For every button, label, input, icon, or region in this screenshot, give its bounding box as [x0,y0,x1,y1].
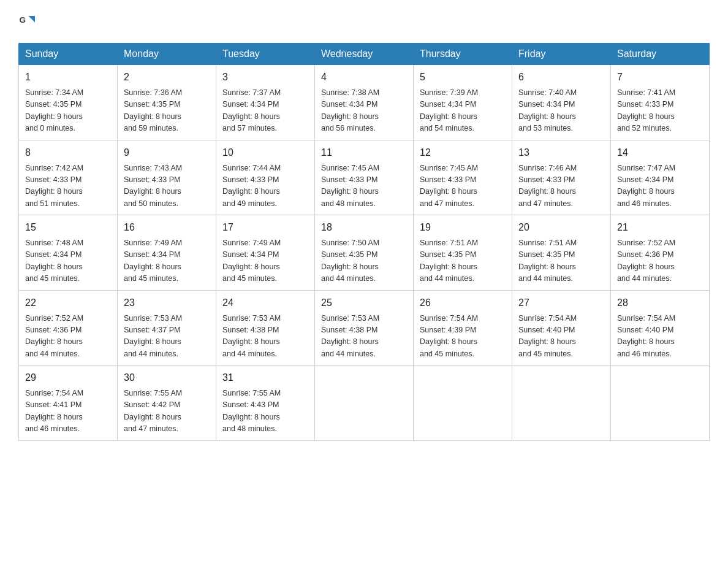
day-cell: 30 Sunrise: 7:55 AMSunset: 4:42 PMDaylig… [118,366,216,441]
day-number: 3 [222,70,308,85]
day-info: Sunrise: 7:54 AMSunset: 4:39 PMDaylight:… [420,313,506,361]
day-info: Sunrise: 7:53 AMSunset: 4:37 PMDaylight:… [124,313,210,361]
day-number: 2 [124,70,210,85]
header-row: SundayMondayTuesdayWednesdayThursdayFrid… [19,44,710,65]
calendar-header: SundayMondayTuesdayWednesdayThursdayFrid… [19,44,710,65]
day-cell: 19 Sunrise: 7:51 AMSunset: 4:35 PMDaylig… [414,215,512,291]
day-cell: 10 Sunrise: 7:44 AMSunset: 4:33 PMDaylig… [216,140,315,215]
header-sunday: Sunday [19,44,118,65]
day-cell [611,366,710,441]
day-cell: 16 Sunrise: 7:49 AMSunset: 4:34 PMDaylig… [118,215,216,291]
week-row-1: 1 Sunrise: 7:34 AMSunset: 4:35 PMDayligh… [19,65,710,140]
day-info: Sunrise: 7:52 AMSunset: 4:36 PMDaylight:… [25,313,111,361]
day-number: 23 [124,296,210,310]
day-info: Sunrise: 7:38 AMSunset: 4:34 PMDaylight:… [321,87,407,135]
day-cell: 23 Sunrise: 7:53 AMSunset: 4:37 PMDaylig… [118,290,216,366]
header-monday: Monday [118,44,216,65]
day-info: Sunrise: 7:54 AMSunset: 4:41 PMDaylight:… [25,388,111,435]
day-info: Sunrise: 7:54 AMSunset: 4:40 PMDaylight:… [518,313,604,361]
day-info: Sunrise: 7:49 AMSunset: 4:34 PMDaylight:… [124,237,210,285]
day-number: 12 [420,145,506,160]
day-cell: 5 Sunrise: 7:39 AMSunset: 4:34 PMDayligh… [414,65,512,140]
header-saturday: Saturday [611,44,710,65]
day-info: Sunrise: 7:53 AMSunset: 4:38 PMDaylight:… [222,313,308,361]
day-cell: 6 Sunrise: 7:40 AMSunset: 4:34 PMDayligh… [512,65,611,140]
calendar-table: SundayMondayTuesdayWednesdayThursdayFrid… [18,43,710,441]
header-thursday: Thursday [414,44,512,65]
day-cell: 31 Sunrise: 7:55 AMSunset: 4:43 PMDaylig… [216,366,315,441]
day-cell: 26 Sunrise: 7:54 AMSunset: 4:39 PMDaylig… [414,290,512,366]
day-number: 19 [420,220,506,235]
week-row-3: 15 Sunrise: 7:48 AMSunset: 4:34 PMDaylig… [19,215,710,291]
week-row-4: 22 Sunrise: 7:52 AMSunset: 4:36 PMDaylig… [19,290,710,366]
day-number: 7 [617,70,703,85]
day-cell: 29 Sunrise: 7:54 AMSunset: 4:41 PMDaylig… [19,366,118,441]
day-info: Sunrise: 7:50 AMSunset: 4:35 PMDaylight:… [321,237,407,285]
day-number: 30 [124,370,210,385]
day-info: Sunrise: 7:47 AMSunset: 4:34 PMDaylight:… [617,163,703,210]
day-info: Sunrise: 7:44 AMSunset: 4:33 PMDaylight:… [222,163,308,210]
day-info: Sunrise: 7:48 AMSunset: 4:34 PMDaylight:… [25,237,111,285]
day-number: 28 [617,296,703,310]
day-info: Sunrise: 7:53 AMSunset: 4:38 PMDaylight:… [321,313,407,361]
day-info: Sunrise: 7:39 AMSunset: 4:34 PMDaylight:… [420,87,506,135]
day-number: 26 [420,296,506,310]
day-cell: 7 Sunrise: 7:41 AMSunset: 4:33 PMDayligh… [611,65,710,140]
day-cell: 18 Sunrise: 7:50 AMSunset: 4:35 PMDaylig… [315,215,414,291]
day-cell: 15 Sunrise: 7:48 AMSunset: 4:34 PMDaylig… [19,215,118,291]
day-info: Sunrise: 7:42 AMSunset: 4:33 PMDaylight:… [25,163,111,210]
day-number: 4 [321,70,407,85]
day-cell: 11 Sunrise: 7:45 AMSunset: 4:33 PMDaylig… [315,140,414,215]
day-number: 11 [321,145,407,160]
day-cell: 20 Sunrise: 7:51 AMSunset: 4:35 PMDaylig… [512,215,611,291]
calendar-body: 1 Sunrise: 7:34 AMSunset: 4:35 PMDayligh… [19,65,710,441]
day-info: Sunrise: 7:37 AMSunset: 4:34 PMDaylight:… [222,87,308,135]
day-number: 29 [25,370,111,385]
day-number: 22 [25,296,111,310]
day-number: 20 [518,220,604,235]
day-cell: 24 Sunrise: 7:53 AMSunset: 4:38 PMDaylig… [216,290,315,366]
day-info: Sunrise: 7:41 AMSunset: 4:33 PMDaylight:… [617,87,703,135]
day-cell [315,366,414,441]
day-info: Sunrise: 7:43 AMSunset: 4:33 PMDaylight:… [124,163,210,210]
day-cell: 21 Sunrise: 7:52 AMSunset: 4:36 PMDaylig… [611,215,710,291]
day-cell: 13 Sunrise: 7:46 AMSunset: 4:33 PMDaylig… [512,140,611,215]
day-number: 5 [420,70,506,85]
day-number: 15 [25,220,111,235]
day-number: 1 [25,70,111,85]
day-cell: 3 Sunrise: 7:37 AMSunset: 4:34 PMDayligh… [216,65,315,140]
day-info: Sunrise: 7:45 AMSunset: 4:33 PMDaylight:… [321,163,407,210]
day-cell: 8 Sunrise: 7:42 AMSunset: 4:33 PMDayligh… [19,140,118,215]
svg-marker-1 [29,16,36,23]
day-cell: 28 Sunrise: 7:54 AMSunset: 4:40 PMDaylig… [611,290,710,366]
day-cell: 14 Sunrise: 7:47 AMSunset: 4:34 PMDaylig… [611,140,710,215]
day-number: 16 [124,220,210,235]
day-cell: 2 Sunrise: 7:36 AMSunset: 4:35 PMDayligh… [118,65,216,140]
day-info: Sunrise: 7:45 AMSunset: 4:33 PMDaylight:… [420,163,506,210]
day-number: 10 [222,145,308,160]
day-number: 17 [222,220,308,235]
day-info: Sunrise: 7:52 AMSunset: 4:36 PMDaylight:… [617,237,703,285]
week-row-2: 8 Sunrise: 7:42 AMSunset: 4:33 PMDayligh… [19,140,710,215]
header-tuesday: Tuesday [216,44,315,65]
day-cell [512,366,611,441]
page-header: G [18,12,710,31]
day-cell: 9 Sunrise: 7:43 AMSunset: 4:33 PMDayligh… [118,140,216,215]
day-number: 18 [321,220,407,235]
day-number: 13 [518,145,604,160]
day-cell: 1 Sunrise: 7:34 AMSunset: 4:35 PMDayligh… [19,65,118,140]
logo: G [18,12,39,31]
svg-text:G: G [20,15,26,25]
header-friday: Friday [512,44,611,65]
week-row-5: 29 Sunrise: 7:54 AMSunset: 4:41 PMDaylig… [19,366,710,441]
day-info: Sunrise: 7:54 AMSunset: 4:40 PMDaylight:… [617,313,703,361]
day-info: Sunrise: 7:46 AMSunset: 4:33 PMDaylight:… [518,163,604,210]
header-wednesday: Wednesday [315,44,414,65]
day-number: 24 [222,296,308,310]
day-cell: 27 Sunrise: 7:54 AMSunset: 4:40 PMDaylig… [512,290,611,366]
day-number: 31 [222,370,308,385]
day-info: Sunrise: 7:40 AMSunset: 4:34 PMDaylight:… [518,87,604,135]
day-cell: 12 Sunrise: 7:45 AMSunset: 4:33 PMDaylig… [414,140,512,215]
day-cell: 17 Sunrise: 7:49 AMSunset: 4:34 PMDaylig… [216,215,315,291]
day-cell: 22 Sunrise: 7:52 AMSunset: 4:36 PMDaylig… [19,290,118,366]
